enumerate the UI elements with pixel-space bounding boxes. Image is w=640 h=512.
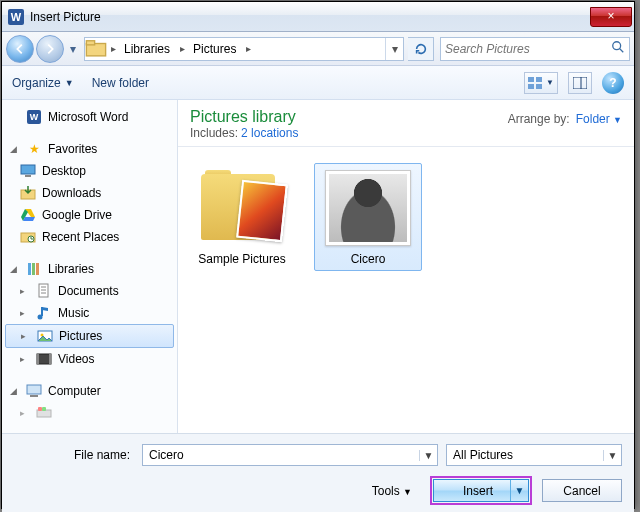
chevron-down-icon[interactable]: ▼ — [419, 450, 437, 461]
library-subtitle: Includes: 2 locations — [190, 126, 298, 140]
svg-rect-30 — [49, 354, 51, 364]
word-icon: W — [26, 109, 42, 125]
nav-bar: ▾ ▸ Libraries ▸ Pictures ▸ ▾ — [2, 32, 634, 66]
item-label: Cicero — [319, 252, 417, 266]
breadcrumb[interactable]: ▸ Libraries ▸ Pictures ▸ ▾ — [84, 37, 404, 61]
chevron-down-icon[interactable]: ▼ — [603, 450, 621, 461]
titlebar: W Insert Picture × — [2, 2, 634, 32]
item-cicero[interactable]: Cicero — [314, 163, 422, 271]
breadcrumb-dropdown[interactable]: ▾ — [385, 38, 403, 60]
nav-forward-button[interactable] — [36, 35, 64, 63]
star-icon: ★ — [26, 141, 42, 157]
tools-dropdown[interactable]: Tools ▼ — [372, 484, 412, 498]
image-thumbnail — [325, 170, 411, 246]
svg-rect-19 — [32, 263, 35, 275]
sidebar-libraries[interactable]: ◢ Libraries — [2, 258, 177, 280]
toolbar: Organize ▼ New folder ▼ ? — [2, 66, 634, 100]
insert-highlight: Insert ▼ — [430, 476, 532, 505]
includes-locations-link[interactable]: 2 locations — [241, 126, 298, 140]
svg-rect-8 — [573, 77, 587, 89]
sidebar-desktop[interactable]: Desktop — [2, 160, 177, 182]
chevron-down-icon: ▼ — [546, 78, 554, 87]
item-sample-pictures[interactable]: Sample Pictures — [188, 163, 296, 271]
chevron-right-icon: ▸ — [176, 43, 189, 54]
filename-label: File name: — [14, 448, 134, 462]
desktop-icon — [20, 163, 36, 179]
help-button[interactable]: ? — [602, 72, 624, 94]
arrange-by-dropdown[interactable]: Folder ▼ — [576, 112, 622, 126]
chevron-right-icon: ▸ — [20, 308, 30, 318]
svg-rect-6 — [528, 84, 534, 89]
organize-button[interactable]: Organize ▼ — [12, 76, 74, 90]
google-drive-icon — [20, 207, 36, 223]
insert-button[interactable]: Insert ▼ — [433, 479, 529, 502]
sidebar-computer[interactable]: ◢ Computer — [2, 380, 177, 402]
sidebar-google-drive[interactable]: Google Drive — [2, 204, 177, 226]
svg-rect-1 — [86, 40, 94, 44]
chevron-down-icon: ◢ — [10, 264, 20, 274]
filename-input[interactable] — [143, 448, 419, 462]
cancel-button[interactable]: Cancel — [542, 479, 622, 502]
sidebar: W Microsoft Word ◢ ★ Favorites Desktop D… — [2, 100, 178, 433]
close-button[interactable]: × — [590, 7, 632, 27]
svg-rect-29 — [37, 354, 39, 364]
chevron-right-icon: ▸ — [20, 286, 30, 296]
sidebar-documents[interactable]: ▸ Documents — [2, 280, 177, 302]
svg-rect-33 — [37, 410, 51, 417]
chevron-down-icon: ▼ — [403, 487, 412, 497]
svg-rect-34 — [38, 407, 42, 411]
svg-rect-7 — [536, 84, 542, 89]
breadcrumb-pictures[interactable]: Pictures — [189, 38, 242, 60]
nav-back-button[interactable] — [6, 35, 34, 63]
svg-point-2 — [613, 42, 621, 50]
content-pane: Pictures library Includes: 2 locations A… — [178, 100, 634, 433]
svg-rect-4 — [528, 77, 534, 82]
word-app-icon: W — [8, 9, 24, 25]
libraries-icon — [26, 261, 42, 277]
refresh-button[interactable] — [408, 37, 434, 61]
file-filter-combo[interactable]: All Pictures ▼ — [446, 444, 622, 466]
svg-marker-15 — [23, 217, 35, 221]
sidebar-os-drive[interactable]: ▸ — [2, 402, 177, 424]
music-icon — [36, 305, 52, 321]
arrange-by: Arrange by: Folder ▼ — [508, 108, 622, 140]
svg-rect-18 — [28, 263, 31, 275]
search-icon[interactable] — [607, 40, 629, 57]
svg-rect-10 — [21, 165, 35, 174]
svg-rect-31 — [27, 385, 41, 394]
videos-icon — [36, 351, 52, 367]
library-title: Pictures library — [190, 108, 298, 126]
svg-rect-32 — [30, 395, 38, 397]
new-folder-button[interactable]: New folder — [92, 76, 149, 90]
library-header: Pictures library Includes: 2 locations A… — [178, 100, 634, 147]
nav-history-dropdown[interactable]: ▾ — [66, 35, 80, 63]
search-input[interactable] — [441, 42, 607, 56]
view-options-button[interactable]: ▼ — [524, 72, 558, 94]
chevron-down-icon: ▼ — [65, 78, 74, 88]
sidebar-pictures[interactable]: ▸ Pictures — [5, 324, 174, 348]
svg-point-25 — [38, 315, 43, 320]
item-label: Sample Pictures — [193, 252, 291, 266]
chevron-down-icon: ◢ — [10, 144, 20, 154]
chevron-down-icon: ◢ — [10, 386, 20, 396]
computer-icon — [26, 383, 42, 399]
sidebar-music[interactable]: ▸ Music — [2, 302, 177, 324]
sidebar-downloads[interactable]: Downloads — [2, 182, 177, 204]
insert-picture-dialog: W Insert Picture × ▾ ▸ Libraries ▸ Pictu… — [1, 1, 635, 509]
sidebar-recent-places[interactable]: Recent Places — [2, 226, 177, 248]
sidebar-word[interactable]: W Microsoft Word — [2, 106, 177, 128]
svg-rect-20 — [36, 263, 39, 275]
location-icon — [85, 38, 107, 60]
breadcrumb-libraries[interactable]: Libraries — [120, 38, 176, 60]
preview-pane-button[interactable] — [568, 72, 592, 94]
filename-combo[interactable]: ▼ — [142, 444, 438, 466]
pictures-icon — [37, 328, 53, 344]
sidebar-favorites[interactable]: ◢ ★ Favorites — [2, 138, 177, 160]
search-box[interactable] — [440, 37, 630, 61]
insert-split-dropdown[interactable]: ▼ — [510, 480, 528, 501]
window-title: Insert Picture — [30, 10, 590, 24]
svg-line-3 — [620, 49, 624, 53]
sidebar-videos[interactable]: ▸ Videos — [2, 348, 177, 370]
chevron-right-icon: ▸ — [242, 43, 255, 54]
svg-rect-5 — [536, 77, 542, 82]
